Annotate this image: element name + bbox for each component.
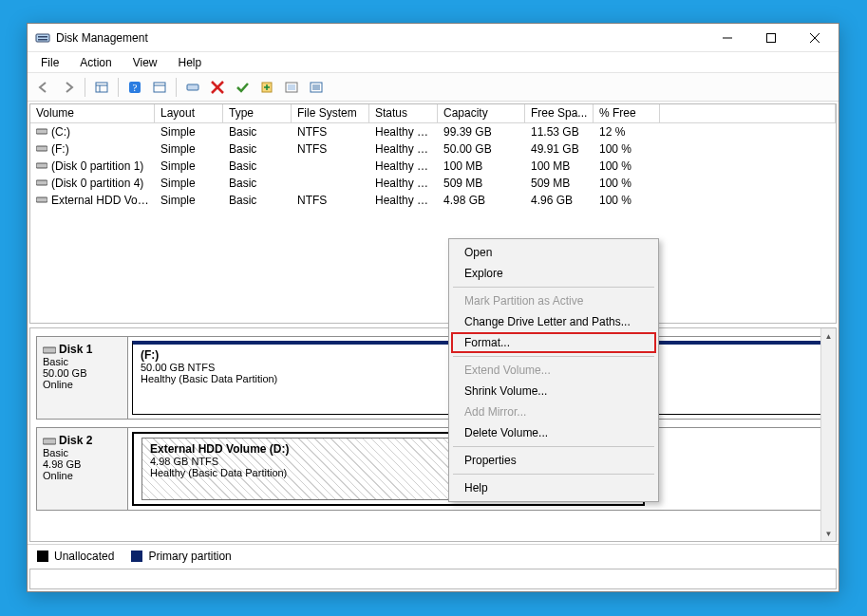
cm-help[interactable]: Help bbox=[451, 477, 656, 498]
cell-fs: NTFS bbox=[292, 194, 369, 207]
cell-capacity: 4.98 GB bbox=[438, 194, 525, 207]
disk-icon bbox=[43, 344, 56, 355]
cell-status: Healthy (B... bbox=[369, 142, 438, 156]
cell-type: Basic bbox=[223, 142, 292, 156]
disk-size: 50.00 GB bbox=[43, 367, 86, 379]
cell-volume: (Disk 0 partition 4) bbox=[30, 177, 155, 190]
graphical-disk-area: Disk 1 Basic 50.00 GB Online (F:) 50.00 … bbox=[29, 327, 837, 542]
volume-list-body: (C:)SimpleBasicNTFSHealthy (B...99.39 GB… bbox=[30, 123, 836, 209]
col-pct[interactable]: % Free bbox=[594, 104, 660, 122]
svg-rect-30 bbox=[43, 439, 56, 444]
col-layout[interactable]: Layout bbox=[155, 104, 223, 122]
disk-icon bbox=[43, 435, 56, 446]
cell-pct: 12 % bbox=[594, 125, 660, 139]
menu-help[interactable]: Help bbox=[169, 54, 212, 71]
disk-info[interactable]: Disk 1 Basic 50.00 GB Online bbox=[37, 337, 128, 419]
disk-name: Disk 1 bbox=[59, 343, 92, 356]
volume-row[interactable]: (Disk 0 partition 1)SimpleBasicHealthy (… bbox=[30, 158, 836, 175]
cell-layout: Simple bbox=[155, 194, 223, 207]
menu-action[interactable]: Action bbox=[70, 54, 121, 71]
cell-status: Healthy (B... bbox=[369, 194, 438, 207]
cell-volume: (F:) bbox=[30, 142, 155, 156]
menu-bar: File Action View Help bbox=[28, 52, 839, 73]
window-controls bbox=[706, 24, 837, 52]
cell-status: Healthy (R... bbox=[369, 177, 438, 190]
cm-explore[interactable]: Explore bbox=[451, 263, 656, 284]
help-button[interactable]: ? bbox=[123, 76, 146, 99]
cm-change-drive-letter[interactable]: Change Drive Letter and Paths... bbox=[451, 311, 656, 332]
cell-fs: NTFS bbox=[292, 142, 369, 156]
cell-volume: (Disk 0 partition 1) bbox=[30, 159, 155, 173]
settings-icon[interactable] bbox=[280, 76, 303, 99]
cell-type: Basic bbox=[223, 177, 292, 190]
svg-rect-25 bbox=[36, 146, 47, 151]
context-menu: Open Explore Mark Partition as Active Ch… bbox=[448, 238, 659, 502]
svg-rect-0 bbox=[36, 34, 49, 42]
title-bar: Disk Management bbox=[28, 24, 839, 52]
cell-pct: 100 % bbox=[594, 177, 660, 190]
cell-volume: (C:) bbox=[30, 125, 155, 139]
cell-status: Healthy (E... bbox=[369, 159, 438, 173]
col-rest[interactable] bbox=[660, 104, 836, 122]
maximize-button[interactable] bbox=[749, 24, 793, 52]
cell-pct: 100 % bbox=[594, 159, 660, 173]
forward-button[interactable] bbox=[57, 76, 80, 99]
cm-format[interactable]: Format... bbox=[451, 332, 656, 353]
minimize-button[interactable] bbox=[706, 24, 749, 52]
volume-row[interactable]: (C:)SimpleBasicNTFSHealthy (B...99.39 GB… bbox=[30, 123, 836, 140]
toolbar-separator bbox=[85, 78, 85, 97]
cell-capacity: 509 MB bbox=[438, 177, 525, 190]
close-button[interactable] bbox=[793, 24, 837, 52]
vertical-scrollbar[interactable]: ▲ ▼ bbox=[820, 328, 836, 541]
action-icon[interactable] bbox=[255, 76, 278, 99]
detail-pane-button[interactable] bbox=[148, 76, 171, 99]
scroll-down-icon[interactable]: ▼ bbox=[821, 526, 836, 541]
col-capacity[interactable]: Capacity bbox=[438, 104, 525, 122]
status-bar bbox=[29, 569, 837, 589]
cell-type: Basic bbox=[223, 194, 292, 207]
cm-delete-volume[interactable]: Delete Volume... bbox=[451, 422, 656, 443]
col-free[interactable]: Free Spa... bbox=[525, 104, 594, 122]
cm-separator bbox=[453, 287, 654, 288]
cell-volume: External HDD Volu... bbox=[30, 194, 155, 207]
cell-fs: NTFS bbox=[292, 125, 369, 139]
disk-management-window: Disk Management File Action View Help ? bbox=[27, 23, 839, 592]
cell-layout: Simple bbox=[155, 159, 223, 173]
cm-properties[interactable]: Properties bbox=[451, 450, 656, 471]
refresh-button[interactable] bbox=[181, 76, 204, 99]
col-type[interactable]: Type bbox=[223, 104, 292, 122]
cm-open[interactable]: Open bbox=[451, 242, 656, 263]
cm-separator bbox=[453, 356, 654, 357]
volume-row[interactable]: External HDD Volu...SimpleBasicNTFSHealt… bbox=[30, 192, 836, 209]
cell-free: 4.96 GB bbox=[525, 194, 594, 207]
col-volume[interactable]: Volume bbox=[30, 104, 155, 122]
col-status[interactable]: Status bbox=[369, 104, 438, 122]
svg-rect-7 bbox=[96, 83, 107, 92]
list-icon[interactable] bbox=[305, 76, 328, 99]
disk-status: Online bbox=[43, 379, 73, 390]
cell-pct: 100 % bbox=[594, 142, 660, 156]
cell-layout: Simple bbox=[155, 177, 223, 190]
volume-row[interactable]: (Disk 0 partition 4)SimpleBasicHealthy (… bbox=[30, 175, 836, 192]
cell-layout: Simple bbox=[155, 125, 223, 139]
cm-mark-active: Mark Partition as Active bbox=[451, 290, 656, 311]
disk-info[interactable]: Disk 2 Basic 4.98 GB Online bbox=[37, 428, 128, 510]
volume-row[interactable]: (F:)SimpleBasicNTFSHealthy (B...50.00 GB… bbox=[30, 140, 836, 158]
col-fs[interactable]: File System bbox=[292, 104, 369, 122]
show-hide-tree-button[interactable] bbox=[90, 76, 113, 99]
cm-shrink-volume[interactable]: Shrink Volume... bbox=[451, 381, 656, 401]
scroll-up-icon[interactable]: ▲ bbox=[821, 328, 836, 344]
legend: Unallocated Primary partition bbox=[28, 544, 839, 567]
back-button[interactable] bbox=[32, 76, 55, 99]
svg-rect-29 bbox=[43, 347, 56, 353]
svg-rect-12 bbox=[154, 83, 165, 92]
svg-rect-27 bbox=[36, 180, 47, 185]
menu-file[interactable]: File bbox=[31, 54, 68, 71]
menu-view[interactable]: View bbox=[123, 54, 167, 71]
cell-type: Basic bbox=[223, 125, 292, 139]
delete-icon[interactable] bbox=[206, 76, 229, 99]
check-icon[interactable] bbox=[231, 76, 254, 99]
volume-list-header: Volume Layout Type File System Status Ca… bbox=[30, 104, 836, 123]
disk-type: Basic bbox=[43, 447, 68, 458]
cell-capacity: 100 MB bbox=[438, 159, 525, 173]
